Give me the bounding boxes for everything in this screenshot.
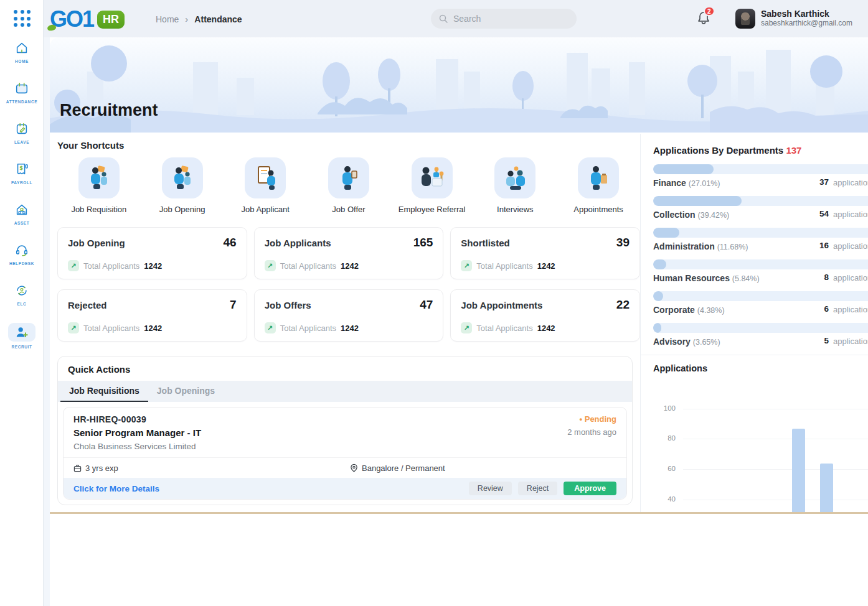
stat-value: 165 xyxy=(413,236,433,249)
shortcut-label: Job Offer xyxy=(332,205,365,214)
sidebar-item-label: HELPDESK xyxy=(9,261,34,266)
shortcut-job-opening[interactable]: Job Opening xyxy=(142,157,223,214)
y-axis-tick: 60 xyxy=(653,465,676,472)
stat-card-job-opening[interactable]: Job Opening46 ↗Total Applicants1242 xyxy=(57,227,247,279)
breadcrumb: Home › Attendance xyxy=(156,14,242,24)
stat-sub-value: 1242 xyxy=(341,261,359,271)
page-background-strip xyxy=(44,37,50,606)
department-unit: applications xyxy=(833,178,868,187)
stat-value: 46 xyxy=(224,236,237,249)
quick-actions-card: Quick Actions Job Requisitions Job Openi… xyxy=(57,356,633,505)
stat-card-shortlisted[interactable]: Shortlisted39 ↗Total Applicants1242 xyxy=(450,227,640,279)
stat-sub-label: Total Applicants xyxy=(83,261,139,271)
sidebar-item-asset[interactable]: ASSET xyxy=(0,198,44,238)
department-row-collection[interactable]: Collection (39.42%)54applications xyxy=(653,196,868,220)
shortcut-job-applicant[interactable]: Job Applicant xyxy=(225,157,306,214)
app-grid-icon[interactable] xyxy=(14,10,31,27)
top-bar: GO1 HR Home › Attendance Search 2 Sabesh… xyxy=(0,0,868,37)
elc-cycle-icon xyxy=(12,282,31,299)
stat-value: 22 xyxy=(616,298,630,312)
next-requisition-card-partial xyxy=(63,505,627,505)
shortcut-employee-referral[interactable]: Employee Referral xyxy=(392,157,473,214)
tab-job-openings[interactable]: Job Openings xyxy=(148,381,224,402)
calendar-icon xyxy=(12,80,31,96)
stat-sub-value: 1242 xyxy=(144,324,162,333)
review-button[interactable]: Review xyxy=(469,482,512,495)
search-input[interactable]: Search xyxy=(431,9,577,29)
stat-value: 39 xyxy=(616,236,630,249)
department-unit: applications xyxy=(833,241,868,251)
app-logo[interactable]: GO1 HR xyxy=(50,6,125,32)
progress-track xyxy=(653,259,868,269)
recruit-person-plus-icon xyxy=(8,323,35,342)
shortcut-label: Interviews xyxy=(497,205,534,214)
stat-card-job-applicants[interactable]: Job Applicants165 ↗Total Applicants1242 xyxy=(254,227,444,279)
requisition-company: Chola Business Services Limited xyxy=(64,438,626,458)
department-row-administration[interactable]: Administration (11.68%)16applications xyxy=(653,228,868,251)
job-offer-illustration-icon xyxy=(328,157,369,198)
chart-bar[interactable] xyxy=(820,464,833,513)
breadcrumb-separator-icon: › xyxy=(185,14,188,24)
gridline xyxy=(683,469,868,470)
breadcrumb-home[interactable]: Home xyxy=(156,14,179,24)
sidebar-item-payroll[interactable]: $ PAYROLL xyxy=(0,157,44,198)
notifications-button[interactable]: 2 xyxy=(696,10,715,29)
sidebar-item-attendance[interactable]: ATTENDANCE xyxy=(0,77,44,117)
appointments-illustration-icon xyxy=(578,157,619,198)
stat-card-rejected[interactable]: Rejected7 ↗Total Applicants1242 xyxy=(57,289,247,342)
experience-text: 3 yrs exp xyxy=(85,464,118,473)
trend-up-icon: ↗ xyxy=(68,322,79,333)
sidebar-item-home[interactable]: HOME xyxy=(0,36,44,77)
sidebar: HOME ATTENDANCE LEAVE $ PAYROLL ASSET HE… xyxy=(0,0,44,606)
shortcut-job-offer[interactable]: Job Offer xyxy=(308,157,389,214)
sidebar-item-leave[interactable]: LEAVE xyxy=(0,117,44,157)
department-row-corporate[interactable]: Corporate (4.38%)6applications xyxy=(653,291,868,315)
sidebar-item-label: ATTENDANCE xyxy=(6,100,37,104)
job-applicant-illustration-icon xyxy=(245,157,286,198)
department-row-human-resources[interactable]: Human Resources (5.84%)8applications xyxy=(653,259,868,283)
sidebar-item-recruit[interactable]: RECRUIT xyxy=(0,319,44,360)
content-cutoff-line xyxy=(50,512,868,514)
department-count: 37 xyxy=(653,177,829,187)
stat-sub-value: 1242 xyxy=(537,261,555,271)
more-details-link[interactable]: Click for More Details xyxy=(73,484,159,493)
stat-card-job-offers[interactable]: Job Offers47 ↗Total Applicants1242 xyxy=(254,289,444,342)
reject-button[interactable]: Reject xyxy=(518,482,557,495)
breadcrumb-current: Attendance xyxy=(194,14,242,24)
stat-card-job-appointments[interactable]: Job Appointments22 ↗Total Applicants1242 xyxy=(450,289,640,342)
requisition-card: HR-HIREQ-00039 • Pending Senior Program … xyxy=(63,407,627,500)
sidebar-item-elc[interactable]: ELC xyxy=(0,279,44,319)
shortcut-appointments[interactable]: Appointments xyxy=(558,157,639,214)
tab-job-requisitions[interactable]: Job Requisitions xyxy=(60,381,148,402)
main-content: Recruitment Your Shortcuts Job Requisiti… xyxy=(50,37,868,513)
quick-actions-tabs: Job Requisitions Job Openings xyxy=(58,381,632,402)
stat-title: Job Opening xyxy=(68,238,125,248)
shortcut-interviews[interactable]: Interviews xyxy=(474,157,555,214)
experience-item: 3 yrs exp xyxy=(73,464,118,473)
stat-value: 47 xyxy=(420,298,433,312)
department-unit: applications xyxy=(833,337,868,346)
stat-sub-value: 1242 xyxy=(537,324,555,333)
department-row-advisory[interactable]: Advisory (3.65%)5applications xyxy=(653,323,868,347)
briefcase-icon xyxy=(73,464,82,472)
shortcut-job-requisition[interactable]: Job Requisition xyxy=(59,157,139,214)
chart-bar[interactable] xyxy=(792,429,805,513)
user-menu[interactable]: Sabesh Karthick sabeshkarthick@gmail.com xyxy=(735,9,852,29)
department-row-finance[interactable]: Finance (27.01%)37applications xyxy=(653,164,868,188)
sidebar-item-label: LEAVE xyxy=(14,140,29,144)
departments-total: 137 xyxy=(786,145,801,156)
shortcut-label: Job Applicant xyxy=(242,205,290,214)
panel-divider xyxy=(641,355,868,355)
department-unit: applications xyxy=(833,210,868,219)
progress-fill xyxy=(653,259,666,269)
requisition-id: HR-HIREQ-00039 xyxy=(73,414,146,424)
approve-button[interactable]: Approve xyxy=(564,482,616,495)
trend-up-icon: ↗ xyxy=(461,260,472,271)
applications-chart-title: Applications xyxy=(653,363,707,373)
stats-grid: Job Opening46 ↗Total Applicants1242 Job … xyxy=(57,227,640,342)
sidebar-item-helpdesk[interactable]: HELPDESK xyxy=(0,238,44,279)
trend-up-icon: ↗ xyxy=(461,322,472,333)
shortcut-label: Job Requisition xyxy=(71,205,126,214)
sidebar-item-label: RECRUIT xyxy=(11,345,32,349)
progress-track xyxy=(653,196,868,206)
